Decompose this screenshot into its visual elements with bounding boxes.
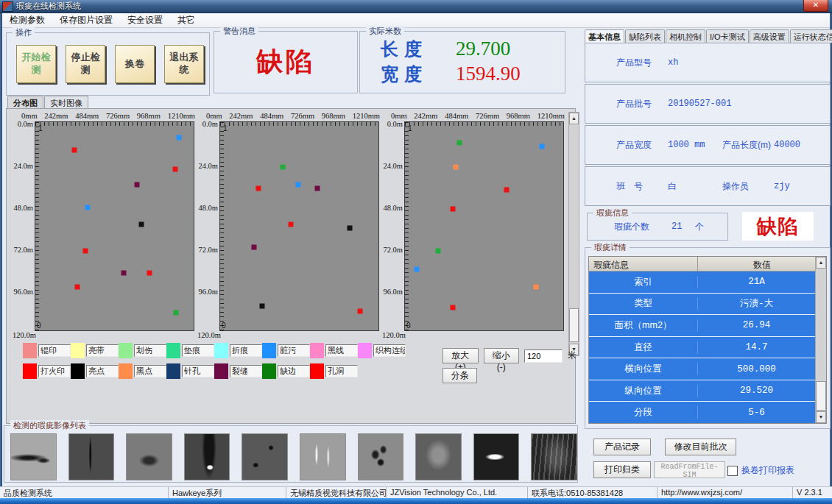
- defect-point[interactable]: [82, 248, 88, 253]
- range-unit-label: 米: [568, 349, 577, 362]
- split-strip-button[interactable]: 分条: [443, 368, 477, 383]
- defect-point[interactable]: [139, 222, 144, 227]
- legend-color-swatch: [71, 343, 85, 358]
- left-tab[interactable]: 分布图: [7, 96, 43, 109]
- meters-group-title: 实际米数: [366, 26, 404, 37]
- defect-point[interactable]: [540, 144, 545, 149]
- right-tab[interactable]: 缺陷列表: [625, 29, 665, 43]
- defect-point[interactable]: [435, 248, 440, 253]
- defect-point[interactable]: [121, 271, 126, 276]
- defect-thumbnail[interactable]: [126, 433, 172, 480]
- scroll-thumb[interactable]: [569, 308, 579, 342]
- defect-point[interactable]: [504, 187, 510, 192]
- defect-point[interactable]: [348, 225, 353, 230]
- field-label: 产品宽度: [616, 139, 668, 152]
- defect-detail-row[interactable]: 纵向位置 29.520: [589, 380, 815, 402]
- print-classify-button[interactable]: 打印归类: [593, 461, 651, 478]
- defect-point[interactable]: [259, 303, 264, 308]
- table-scrollbar[interactable]: ▲ ▼: [815, 257, 826, 423]
- close-button[interactable]: ✕: [803, 0, 828, 12]
- zoom-in-button[interactable]: 放大(+): [443, 348, 479, 363]
- defect-thumbnail[interactable]: [68, 433, 115, 480]
- print-report-checkbox[interactable]: [727, 466, 738, 476]
- legend-label-box: 黑点: [134, 365, 166, 377]
- left-tab[interactable]: 实时图像: [44, 96, 88, 109]
- defect-point[interactable]: [533, 285, 538, 290]
- operation-button[interactable]: 停止检测: [66, 45, 105, 83]
- defect-point[interactable]: [172, 166, 177, 171]
- legend-label-box: 亮带: [86, 344, 119, 357]
- modify-batch-button[interactable]: 修改目前批次: [665, 439, 736, 455]
- defect-thumbnail[interactable]: [242, 433, 288, 480]
- plot-area-1[interactable]: 1 0: [35, 121, 194, 331]
- scroll-up-icon[interactable]: ▲: [569, 113, 579, 124]
- defect-point[interactable]: [414, 267, 419, 272]
- defect-point[interactable]: [75, 285, 80, 290]
- defect-detail-row[interactable]: 类型 污渍-大: [589, 294, 815, 315]
- operations-group-title: 操作: [13, 27, 35, 38]
- defect-point[interactable]: [451, 206, 456, 211]
- defect-thumbnail[interactable]: [184, 433, 230, 480]
- scroll-track[interactable]: [569, 124, 579, 344]
- legend-color-swatch: [23, 343, 37, 358]
- right-tab[interactable]: 运行状态信息: [790, 29, 832, 43]
- scroll-down-icon[interactable]: ▼: [816, 411, 826, 423]
- plot-area-3[interactable]: 1 0: [404, 121, 564, 331]
- defect-point[interactable]: [450, 305, 455, 310]
- menu-item[interactable]: 其它: [170, 14, 202, 26]
- defect-point[interactable]: [134, 182, 139, 187]
- defect-point[interactable]: [289, 222, 294, 227]
- y-axis-1: 0.0m24.0m48.0m72.0m96.0m: [11, 121, 35, 331]
- defect-thumbnail[interactable]: [10, 433, 57, 480]
- defect-point[interactable]: [295, 182, 300, 187]
- defect-point[interactable]: [256, 185, 261, 191]
- defect-thumbnail[interactable]: [300, 433, 346, 480]
- defect-detail-row[interactable]: 面积（mm2） 26.94: [589, 315, 815, 336]
- right-tab[interactable]: 相机控制: [666, 29, 705, 43]
- y-axis-tick: 72.0m: [198, 246, 218, 254]
- scroll-up-icon[interactable]: ▲: [816, 257, 826, 269]
- defect-thumbnail[interactable]: [531, 433, 577, 480]
- defect-point[interactable]: [177, 135, 182, 141]
- menu-item[interactable]: 安全设置: [120, 14, 170, 26]
- operation-button[interactable]: 开始检测: [16, 45, 56, 83]
- scroll-track[interactable]: [816, 269, 826, 411]
- legend-item: 黑点: [119, 363, 166, 379]
- product-info-field: 班 号 白: [616, 180, 719, 193]
- plot-area-2[interactable]: 1 0: [219, 121, 379, 331]
- defect-point[interactable]: [147, 271, 152, 276]
- menu-item[interactable]: 保存图片设置: [52, 14, 120, 26]
- detail-value: 污渍-大: [698, 297, 815, 310]
- defect-point[interactable]: [85, 205, 91, 210]
- right-tab[interactable]: 高级设置: [750, 29, 789, 43]
- field-label: 班 号: [616, 180, 668, 193]
- defect-point[interactable]: [252, 244, 257, 249]
- defect-detail-row[interactable]: 横向位置 500.000: [589, 358, 815, 380]
- display-range-input[interactable]: [524, 349, 563, 363]
- product-record-button[interactable]: 产品记录: [593, 439, 651, 455]
- defect-thumbnail[interactable]: [358, 433, 404, 480]
- defect-thumbnail[interactable]: [473, 433, 520, 480]
- product-info-field: 产品宽度 1000 mm: [616, 139, 719, 152]
- detail-value: 26.94: [698, 320, 815, 330]
- defect-detail-row[interactable]: 直径 14.7: [589, 337, 815, 358]
- defect-point[interactable]: [173, 310, 178, 316]
- defect-point[interactable]: [280, 165, 285, 170]
- defect-point[interactable]: [456, 141, 462, 146]
- right-tab[interactable]: 基本信息: [585, 29, 624, 43]
- operation-button[interactable]: 换卷: [115, 45, 155, 83]
- charts-scrollbar[interactable]: ▲ ▼: [568, 112, 579, 356]
- defect-point[interactable]: [454, 165, 459, 170]
- scroll-thumb[interactable]: [816, 381, 826, 411]
- defect-point[interactable]: [357, 309, 362, 314]
- defect-point[interactable]: [315, 185, 320, 191]
- right-tab[interactable]: I/O卡测试: [706, 29, 749, 43]
- menu-item[interactable]: 检测参数: [2, 14, 52, 26]
- y-axis-max-label: 120.0m: [382, 331, 565, 341]
- zoom-out-button[interactable]: 缩小(-): [484, 348, 520, 363]
- defect-point[interactable]: [71, 147, 77, 152]
- defect-detail-row[interactable]: 索引 21A: [589, 271, 815, 293]
- defect-thumbnail[interactable]: [415, 433, 462, 480]
- defect-detail-row[interactable]: 分段 5-6: [589, 402, 815, 423]
- operation-button[interactable]: 退出系统: [164, 45, 204, 83]
